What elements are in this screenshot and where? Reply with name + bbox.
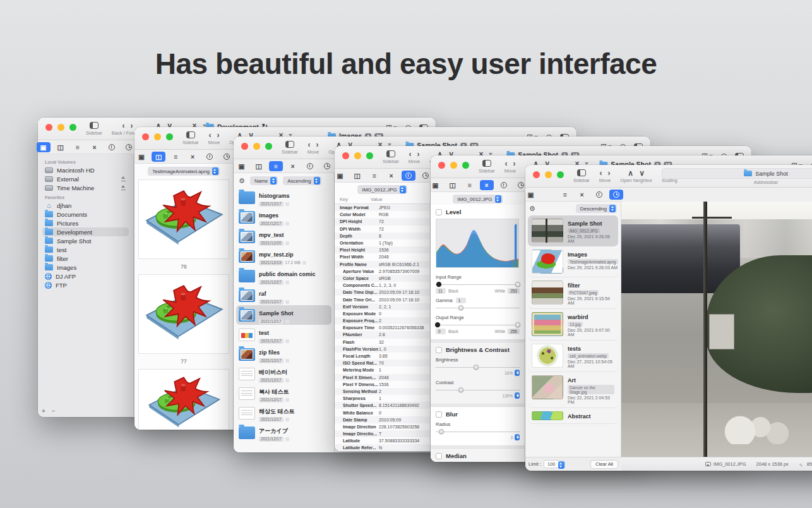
sidebar-item[interactable]: DJ AFP: [42, 272, 129, 281]
exif-row[interactable]: Sensing Method 2: [335, 388, 430, 395]
output-range-slider[interactable]: [436, 322, 520, 328]
segment-info[interactable]: i: [203, 152, 217, 162]
exif-row[interactable]: Pixel Height 1536: [335, 246, 430, 253]
exif-row[interactable]: Pixel Width 2048: [335, 253, 430, 260]
file-row[interactable]: zip files 2021/12/17: [236, 344, 331, 364]
move-buttons[interactable]: ‹›Move: [409, 150, 420, 164]
exif-row[interactable]: Latitude Refer... N: [335, 444, 430, 451]
limit-field[interactable]: 100: [544, 461, 565, 467]
sidebar-item[interactable]: External: [42, 174, 129, 183]
add-favorite-button[interactable]: +: [42, 408, 45, 414]
segment-photos[interactable]: ◫: [252, 161, 266, 171]
segment-info[interactable]: i: [303, 161, 317, 171]
stepper-icon[interactable]: [515, 434, 520, 440]
file-row[interactable]: Images 2021/12/17: [236, 207, 331, 227]
brightness-contrast-checkbox[interactable]: [436, 347, 442, 353]
exif-row[interactable]: Image Format JPEG: [335, 204, 430, 211]
segment-photos[interactable]: ◫: [54, 142, 68, 152]
sidebar-item[interactable]: Sample Shot: [42, 236, 129, 245]
gamma-value[interactable]: 1: [456, 298, 466, 303]
file-dropdown[interactable]: IMG_0012.JPG: [453, 195, 502, 203]
history-row[interactable]: Sample Shot IMG_0012.JPG Dec 29, 2021 9:…: [528, 215, 618, 246]
exif-row[interactable]: ISO Speed Rat... 70: [335, 360, 430, 366]
exif-row[interactable]: Aperture Value 2.970853573907009: [335, 268, 430, 275]
exif-row[interactable]: Exif Version 2, 2, 1: [335, 303, 430, 310]
move-buttons[interactable]: ‹›Move: [307, 140, 319, 155]
exif-row[interactable]: White Balance 0: [335, 409, 430, 416]
exif-row[interactable]: FNumber 2.8: [335, 331, 430, 338]
segment-preview[interactable]: ▣: [524, 190, 538, 200]
traffic-lights[interactable]: [342, 152, 373, 159]
file-row[interactable]: 복사 테스트 2021/12/17: [236, 384, 331, 403]
frame-image[interactable]: [138, 179, 229, 259]
stepper-icon[interactable]: [515, 392, 520, 399]
file-row[interactable]: raf 2021/12/17: [236, 286, 331, 305]
level-checkbox[interactable]: [436, 209, 442, 215]
segment-preview[interactable]: ▣: [37, 142, 51, 152]
segment-preview[interactable]: ▣: [134, 152, 148, 162]
segment-info[interactable]: i: [592, 190, 606, 200]
segment-list[interactable]: ≡: [558, 190, 572, 200]
segment-filter[interactable]: ×: [385, 171, 398, 181]
exif-row[interactable]: Image Directio... T: [335, 430, 430, 437]
contrast-slider[interactable]: [436, 387, 520, 393]
segment-filter[interactable]: ×: [186, 152, 200, 162]
exif-row[interactable]: Exposure Prog... 2: [335, 317, 430, 324]
median-checkbox[interactable]: [436, 453, 442, 459]
move-buttons[interactable]: ‹›Move: [505, 159, 516, 174]
move-buttons[interactable]: ‹›Move: [599, 169, 611, 183]
exif-row[interactable]: Shutter Speed... 8.151421188630492: [335, 402, 430, 409]
sidebar-item[interactable]: Time Machine: [42, 183, 129, 192]
sidebar-toggle-button[interactable]: Sidebar: [383, 150, 399, 164]
exif-row[interactable]: Depth 8: [335, 233, 430, 239]
output-white-value[interactable]: 255: [508, 329, 520, 334]
exif-row[interactable]: DPI Height 72: [335, 218, 430, 225]
segment-filter[interactable]: ×: [88, 142, 102, 152]
segment-history[interactable]: [220, 152, 234, 162]
photo-viewer[interactable]: [621, 202, 812, 457]
file-row[interactable]: public domain comic 2021/12/27: [236, 266, 331, 286]
segment-filter[interactable]: ×: [286, 161, 300, 171]
segment-history[interactable]: [122, 142, 136, 152]
segment-info[interactable]: i: [105, 142, 119, 152]
exif-row[interactable]: Metering Mode 1: [335, 366, 430, 373]
segment-preview[interactable]: ▣: [333, 171, 347, 181]
exif-row[interactable]: Profile Name sRGB IEC61966-2.1: [335, 261, 430, 268]
sidebar-item[interactable]: Images: [42, 263, 129, 272]
sidebar-item[interactable]: Documents: [42, 210, 129, 219]
exif-row[interactable]: Image Direction 228.1073825603256: [335, 423, 430, 430]
history-row[interactable]: filter PICT0047.jpeg Dec 29, 2021 9:15:5…: [528, 277, 618, 309]
exif-row[interactable]: Date Time Ori... 2010:05:09 17:16:10: [335, 296, 430, 303]
file-row[interactable]: mpv_test 2021/12/20: [236, 227, 331, 246]
exif-row[interactable]: Orientation 1 (Top): [335, 239, 430, 246]
sidebar-toggle-button[interactable]: Sidebar: [479, 159, 495, 174]
sidebar-item[interactable]: test: [42, 245, 129, 254]
output-black-value[interactable]: 0: [436, 329, 446, 334]
file-dropdown[interactable]: IMG_0012.JPG: [357, 185, 407, 194]
clear-all-button[interactable]: Clear All: [590, 460, 618, 469]
exif-row[interactable]: FlashPix Version 1, 0: [335, 346, 430, 353]
exif-row[interactable]: Latitude 37.50883333333334: [335, 437, 430, 444]
history-row[interactable]: Abstract: [528, 408, 618, 424]
sidebar-item[interactable]: Development: [42, 227, 129, 236]
exif-row[interactable]: DPI Width 72: [335, 226, 430, 233]
segment-photos[interactable]: ◫: [350, 171, 364, 181]
segment-list[interactable]: ≡: [169, 152, 182, 162]
exif-row[interactable]: Exposure Time 0.00352112676056338: [335, 324, 430, 331]
exif-row[interactable]: Flash 32: [335, 339, 430, 346]
sort-field-dropdown[interactable]: Name: [250, 176, 278, 185]
blur-checkbox[interactable]: [436, 411, 442, 418]
sidebar-item[interactable]: FTP: [42, 281, 129, 289]
history-row[interactable]: Art Dancer on the Stage.jpg Dec 22, 2021…: [528, 372, 618, 408]
segment-photos[interactable]: ◫: [152, 152, 165, 162]
exif-row[interactable]: Pixel Y Dimens... 1536: [335, 381, 430, 388]
segment-photos[interactable]: ◫: [446, 180, 460, 190]
exif-row[interactable]: Date Stamp 2010:05:09: [335, 416, 430, 423]
segment-filter[interactable]: ×: [575, 190, 589, 200]
exif-row[interactable]: Date Time Digi... 2010:05:09 17:16:10: [335, 289, 430, 296]
file-row[interactable]: Sample Shot 2021/12/17: [236, 305, 331, 325]
radius-slider[interactable]: [436, 428, 520, 435]
open-neighbor-buttons[interactable]: ∧∨Open Neighbor: [620, 169, 652, 183]
frame-image[interactable]: [138, 369, 229, 430]
sidebar-item[interactable]: ⌂ djhan: [42, 201, 129, 210]
